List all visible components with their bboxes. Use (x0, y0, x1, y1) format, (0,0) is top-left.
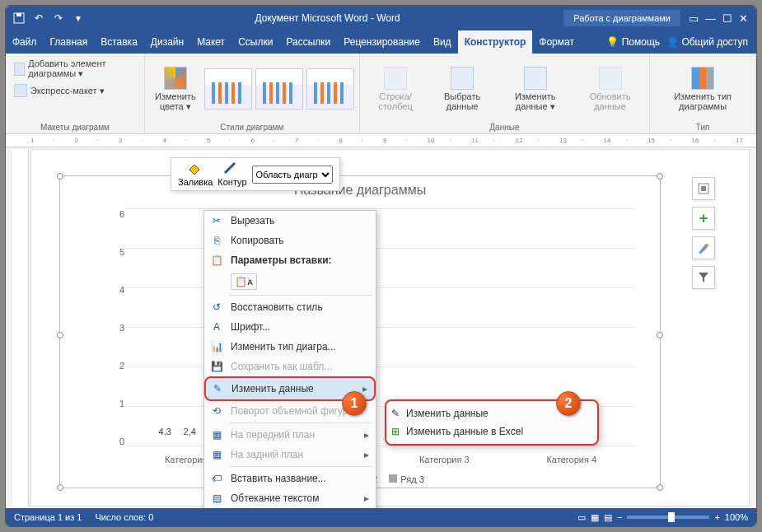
view-print-icon[interactable]: ▦ (591, 512, 599, 523)
resize-handle[interactable] (57, 484, 63, 491)
ctx-save-template: 💾Сохранить как шабл... (204, 357, 376, 376)
tab-mailings[interactable]: Рассылки (279, 30, 337, 54)
tab-review[interactable]: Рецензирование (337, 30, 427, 54)
quick-layout-button[interactable]: Экспресс-макет ▾ (11, 82, 108, 99)
word-count[interactable]: Число слов: 0 (95, 512, 153, 522)
view-web-icon[interactable]: ▤ (604, 512, 612, 523)
undo-icon[interactable]: ↶ (32, 12, 45, 25)
chart-style-3[interactable] (306, 68, 354, 110)
zoom-out-icon[interactable]: − (617, 512, 622, 522)
ribbon-tabs: Файл Главная Вставка Дизайн Макет Ссылки… (6, 30, 756, 54)
select-data-button[interactable]: Выбрать данные (430, 63, 495, 114)
help-button[interactable]: 💡 Помощь (606, 36, 660, 48)
outline-button[interactable]: Контур (217, 161, 246, 187)
callout-1: 1 (342, 391, 367, 416)
tab-design[interactable]: Дизайн (144, 30, 190, 54)
group-label-layouts: Макеты диаграмм (40, 121, 110, 132)
ctx-bring-front: ▦На передний план▸ (204, 425, 376, 445)
redo-icon[interactable]: ↷ (52, 12, 65, 25)
chart-styles-icon[interactable] (692, 236, 715, 259)
edit-data-button[interactable]: Изменить данные ▾ (498, 63, 573, 114)
ctx-paste-option-1[interactable]: 📋ᴀ (204, 270, 376, 293)
zoom-level[interactable]: 100% (725, 512, 748, 522)
switch-row-column-button[interactable]: Строка/столбец (365, 63, 427, 114)
ctx-copy[interactable]: ⎘Копировать (204, 231, 376, 250)
layout-options-icon[interactable] (692, 177, 715, 200)
share-button[interactable]: 👤 Общий доступ (666, 36, 748, 48)
minimize-icon[interactable]: — (705, 12, 716, 25)
chart-style-2[interactable] (255, 68, 303, 110)
tab-layout[interactable]: Макет (190, 30, 231, 54)
window-title: Документ Microsoft Word - Word (91, 12, 563, 24)
zoom-slider[interactable] (627, 516, 709, 519)
tab-references[interactable]: Ссылки (231, 30, 279, 54)
svg-point-4 (705, 244, 708, 247)
view-readmode-icon[interactable]: ▭ (577, 512, 586, 523)
tab-file[interactable]: Файл (6, 30, 44, 54)
ctx-reset-style[interactable]: ↺Восстановить стиль (204, 297, 376, 317)
group-label-styles: Стили диаграмм (220, 121, 283, 132)
chart-filters-icon[interactable] (692, 266, 715, 289)
ctx-insert-caption[interactable]: 🏷Вставить название... (204, 469, 376, 488)
chart-style-gallery[interactable] (204, 68, 354, 110)
resize-handle[interactable] (657, 173, 663, 180)
status-bar: Страница 1 из 1 Число слов: 0 ▭ ▦ ▤ − + … (6, 508, 756, 526)
tab-format[interactable]: Формат (532, 30, 581, 54)
ctx-font[interactable]: AШрифт... (204, 317, 376, 337)
refresh-data-button[interactable]: Обновить данные (576, 63, 644, 114)
page-indicator[interactable]: Страница 1 из 1 (14, 512, 82, 522)
change-colors-button[interactable]: Изменить цвета ▾ (150, 63, 201, 114)
ctx-send-back: ▦На задний план▸ (204, 445, 376, 464)
titlebar: ↶ ↷ ▾ Документ Microsoft Word - Word Раб… (6, 6, 756, 30)
submenu-edit-data-excel[interactable]: ⊞Изменить данные в Excel (386, 422, 597, 441)
save-icon[interactable] (12, 12, 26, 25)
ctx-wrap-text[interactable]: ▤Обтекание текстом▸ (204, 488, 376, 508)
change-chart-type-button[interactable]: Изменить тип диаграммы (655, 63, 750, 114)
chart-title[interactable]: Название диаграммы (60, 176, 660, 204)
chart-area-selector[interactable]: Область диагр ▾ (252, 166, 333, 184)
ribbon: Добавить элемент диаграммы ▾ Экспресс-ма… (6, 54, 756, 134)
callout-2: 2 (556, 391, 581, 416)
context-menu: ✂Вырезать ⎘Копировать 📋Параметры вставки… (203, 210, 376, 527)
resize-handle[interactable] (657, 484, 663, 491)
svg-rect-1 (16, 13, 21, 16)
add-chart-element-button[interactable]: Добавить элемент диаграммы ▾ (11, 57, 139, 81)
y-axis: 0123456 (110, 209, 124, 446)
resize-handle[interactable] (657, 332, 663, 338)
tab-view[interactable]: Вид (427, 30, 458, 54)
tab-home[interactable]: Главная (44, 30, 95, 54)
chart-elements-icon[interactable]: + (692, 207, 715, 230)
svg-rect-3 (701, 186, 706, 191)
maximize-icon[interactable]: ☐ (722, 12, 732, 25)
resize-handle[interactable] (57, 173, 63, 180)
group-label-data: Данные (489, 121, 519, 132)
tab-insert[interactable]: Вставка (94, 30, 144, 54)
ctx-paste-options: 📋Параметры вставки: (204, 250, 376, 270)
chart-tools-context: Работа с диаграммами (563, 10, 680, 26)
ctx-cut[interactable]: ✂Вырезать (204, 211, 376, 231)
qat-more-icon[interactable]: ▾ (72, 12, 85, 25)
vertical-ruler (12, 149, 29, 506)
close-icon[interactable]: ✕ (739, 12, 748, 25)
group-label-type: Тип (696, 121, 710, 132)
zoom-in-icon[interactable]: + (714, 512, 719, 522)
ribbon-options-icon[interactable]: ▭ (689, 12, 699, 25)
x-axis: Категория 1Категория 2Категория 3Категор… (126, 455, 635, 464)
mini-toolbar: Заливка Контур Область диагр ▾ (171, 157, 340, 191)
ctx-change-chart-type[interactable]: 📊Изменить тип диагра... (204, 337, 376, 357)
fill-button[interactable]: Заливка (178, 161, 213, 187)
horizontal-ruler: 1·2·3·4·5·6·7·8·9·10·11·12·13·14·15·16·1… (6, 134, 756, 147)
resize-handle[interactable] (57, 332, 63, 338)
tab-constructor[interactable]: Конструктор (458, 30, 533, 54)
chart-style-1[interactable] (204, 68, 252, 110)
